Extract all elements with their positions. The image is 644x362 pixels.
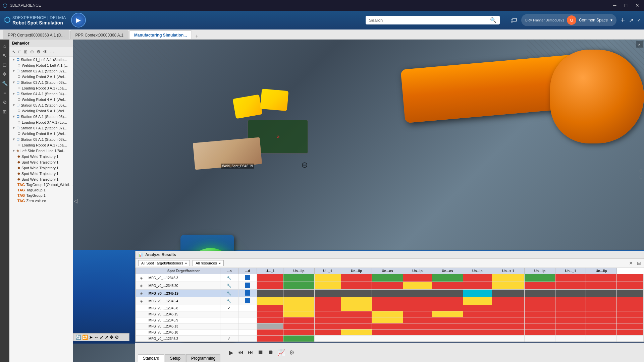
tree-item-robot7[interactable]: ⊙ Welding Robot 8 A.1 (Weldin... [15, 131, 73, 136]
table-row[interactable]: MFG_v0_...12345.8✓ [136, 305, 644, 311]
tree-item-lsp[interactable]: ▼ ◈ Left Side Panel Line.1/Building 1/..… [9, 148, 73, 154]
tree-item-robot4[interactable]: ⊙ Welding Robot 4 A.1 (Weldin... [15, 97, 73, 102]
close-button[interactable]: ✕ [633, 3, 641, 8]
table-row[interactable]: ◈MFG_v0_...2345.20🔧 [136, 282, 644, 290]
result-cell [314, 336, 341, 342]
tool-box[interactable]: □ [18, 49, 22, 55]
simulate-icon[interactable]: ⚙ [288, 348, 296, 357]
mini-icon-4[interactable]: ↔ [94, 335, 99, 340]
mini-icon-5[interactable]: ⤢ [100, 335, 104, 340]
robot-icon: ⊙ [17, 86, 20, 90]
filter-resources-dropdown[interactable]: All resources ▾ [193, 260, 224, 266]
tree-item-robot5[interactable]: ⊙ Welding Robot 5 A.1 (Weldin... [15, 108, 73, 114]
subtab-programming[interactable]: Programming [186, 354, 220, 362]
mini-icon-1[interactable]: 🔄 [75, 335, 81, 340]
tree-item-swt4[interactable]: ◆ Spot Weld Trajectory.1 [15, 171, 73, 176]
tree-item-robot3[interactable]: ⊙ Loading Robot 3 A.1 (Loading... [15, 85, 73, 91]
tree-item-station02[interactable]: ▼ ⊡ Station 02 A.1 (Station 02)/0_VT... [9, 68, 73, 74]
subtab-standard[interactable]: Standard [138, 354, 164, 362]
tab-ppr1[interactable]: PPR Context00000368 A.1 (D... [3, 31, 69, 39]
tree-item-robot2[interactable]: ⊙ Welding Robot 2 A.1 (Weldin... [15, 74, 73, 79]
table-row[interactable]: MFG_v0_...12345.2✓ [136, 336, 644, 342]
expand-button[interactable]: ⤢ [637, 18, 640, 22]
tab-mfg[interactable]: Manufacturing Simulation... [129, 31, 192, 39]
panel-close-button[interactable]: ✕ [629, 260, 633, 266]
filter-targets-dropdown[interactable]: All Spot Targets/fasteners ▾ [138, 260, 190, 266]
title-left: ⬡ 3DEXPERIENCE [3, 2, 41, 9]
tool-more[interactable]: ··· [50, 49, 55, 55]
tree-item-station07[interactable]: ▼ ⊡ Station 07 A.1 (Station 07)/0_VT... [9, 125, 73, 131]
tree-item-station01[interactable]: ▼ ⊡ Station 01_Left A.1 (Station 01_Le..… [9, 57, 73, 62]
search-input[interactable] [369, 18, 487, 23]
tools-icon[interactable]: 🔧 [1, 80, 9, 87]
tree-item-tg3[interactable]: TAG TagGroup.1 [15, 193, 73, 198]
search-bar[interactable]: 🔍 [366, 16, 500, 24]
step-back-icon[interactable]: ⏮ [236, 348, 245, 357]
table-row[interactable]: MFG_v0_...2345.15 [136, 311, 644, 317]
results-scroll-area[interactable]: Spot Target/fastener ...o ...d U..._1 Un… [136, 268, 644, 342]
grid-icon[interactable]: ⊞ [2, 108, 8, 115]
settings-icon[interactable]: ⚙ [2, 99, 8, 106]
play-button[interactable]: ▶ [71, 13, 86, 27]
table-row[interactable]: MFG_v0_...12345.9 [136, 317, 644, 323]
tool-cursor[interactable]: ↖ [11, 49, 16, 55]
tree-item-station04[interactable]: ▼ ⊡ Station 04 A.1 (Station 04)/0_VT... [9, 91, 73, 97]
tree-item-robot6[interactable]: ⊙ Loading Robot 07 A.1 (Loadin... [15, 119, 73, 125]
home-icon[interactable]: ⌂ [2, 42, 7, 50]
add-button[interactable]: + [621, 16, 625, 24]
tree-item-station06[interactable]: ▼ ⊡ Station 06 A.1 (Station 06)/0_VT... [9, 114, 73, 119]
tree-item-station05[interactable]: ▼ ⊡ Station 05 A.1 (Station 05)/0_VT... [9, 102, 73, 108]
minimize-button[interactable]: ─ [611, 3, 619, 8]
tag-button[interactable]: 🏷 [511, 16, 517, 24]
mini-icon-6[interactable]: ↗ [105, 335, 109, 340]
mini-icon-8[interactable]: ⚙ [115, 335, 119, 340]
fit-icon[interactable]: ⊡ [639, 175, 643, 179]
record-icon[interactable]: ⏺ [267, 348, 275, 357]
result-cell [524, 290, 555, 297]
table-row[interactable]: MFG_v0_...2345.13 [136, 323, 644, 329]
tree-item-zv[interactable]: TAG Zero voiture [15, 198, 73, 203]
viewport-expand-button[interactable]: ⤢ [636, 41, 643, 48]
mini-icon-7[interactable]: ✥ [110, 335, 114, 340]
stop-icon[interactable]: ⏹ [257, 348, 265, 357]
mini-icon-2[interactable]: 🔁 [82, 335, 88, 340]
step-forward-icon[interactable]: ⏭ [247, 348, 255, 357]
tree-item-tg1[interactable]: TAG TagGroup.1(Output_Welding I... [15, 182, 73, 187]
tree-item-tg2[interactable]: TAG TagGroup.1 [15, 187, 73, 193]
select-icon[interactable]: ◻ [2, 61, 8, 68]
chart-icon[interactable]: 📈 [277, 348, 286, 357]
layers-icon[interactable]: ≡ [2, 89, 7, 97]
tree-item-swt1[interactable]: ◆ Spot Weld Trajectory.1 [15, 154, 73, 159]
tool-plus[interactable]: ⊕ [30, 49, 35, 55]
maximize-button[interactable]: □ [623, 3, 629, 8]
move-icon[interactable]: ✥ [2, 70, 8, 78]
tool-eye[interactable]: 👁 [43, 49, 48, 55]
subtab-setup[interactable]: Setup [165, 354, 185, 362]
table-row[interactable]: ◈MFG_v0_...12345.3🔧 [136, 274, 644, 282]
tree-item-robot8[interactable]: ⊙ Loading Robot 9 A.1 (Loading... [15, 142, 73, 148]
table-row[interactable]: MFG_v0_...2345.18 [136, 329, 644, 336]
panel-options-button[interactable]: ⊞ [637, 260, 641, 266]
search-icon[interactable]: 🔍 [490, 17, 496, 23]
station05-children: ⊙ Welding Robot 5 A.1 (Weldin... [9, 108, 73, 114]
add-tab-button[interactable]: + [193, 33, 201, 39]
tree-item-swt2[interactable]: ◆ Spot Weld Trajectory.1 [15, 159, 73, 165]
tool-move[interactable]: ⊞ [23, 49, 28, 55]
cursor-icon[interactable]: ↖ [2, 52, 8, 59]
run-icon[interactable]: ▶ [228, 348, 234, 357]
table-row[interactable]: ◈MFG_v0_...2345.19🔧 [136, 290, 644, 297]
tree-item-robot1[interactable]: ⊙ Welding Robot 1 Left A.1 (We... [15, 62, 73, 68]
table-row[interactable]: ◈MFG_v0_...12345.4🔧 [136, 297, 644, 305]
tool-settings[interactable]: ⚙ [36, 49, 41, 55]
panel-collapse-button[interactable]: ◁ [74, 198, 78, 204]
share-button[interactable]: ↗ [629, 17, 633, 23]
user-area[interactable]: BRV Planner DemooDev1 U Common Space ▾ [521, 14, 616, 26]
zoom-icon[interactable]: ⊞ [639, 169, 643, 173]
tree-item-station03[interactable]: ▼ ⊡ Station 03 A.1 (Station 03)/0_VT... [9, 79, 73, 85]
tree-item-swt5[interactable]: ◆ Spot Weld Trajectory.1 [15, 176, 73, 182]
mini-icon-3[interactable]: ➤ [89, 335, 93, 340]
tab-ppr2[interactable]: PPR Context00000368 A.1 [70, 31, 128, 39]
tree-item-swt3[interactable]: ◆ Spot Weld Trajectory.1 [15, 165, 73, 171]
tree-item-station08[interactable]: ▼ ⊡ Station 08 A.1 (Station 08)/0_VT... [9, 136, 73, 142]
viewport[interactable]: ⊘ ⊖ Weld_Spot_D346.19 ⤢ ◁ ⊞ ⊡ 📊 Analyze … [73, 40, 644, 362]
